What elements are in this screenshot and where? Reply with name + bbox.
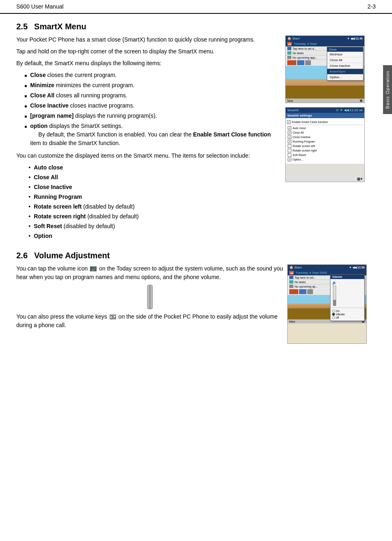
vol-keys-icon: ▲▼ — [110, 314, 116, 319]
ss2-check-1[interactable] — [288, 126, 291, 130]
ss2-opt-6: Rotate screen right — [287, 148, 363, 153]
ss3-icon-1 — [289, 276, 293, 279]
ss2-enable-check[interactable] — [287, 120, 291, 124]
ss3-ticks: - - - - - — [339, 281, 340, 295]
ss3-radio-off[interactable] — [332, 316, 335, 319]
ss1-bottom-icon: ▦ — [360, 99, 363, 102]
ss3-label-on: On — [336, 310, 339, 312]
section-25-layout: Your Pocket PC Phone has a smart close (… — [16, 35, 367, 243]
ss1-header-left: 🏠 Start — [287, 37, 300, 40]
ss3-radio-on[interactable] — [332, 310, 335, 312]
vol-text: You can tap the volume icon 🔊 on the Tod… — [16, 264, 283, 344]
ss2-check-8[interactable] — [288, 158, 291, 161]
dot-close-all: Close All — [29, 173, 281, 182]
ss3-tick-3: - — [339, 286, 340, 289]
ss2-check-5[interactable] — [288, 144, 291, 148]
ss3-opt-off: off — [332, 316, 363, 319]
dot-close-inactive: Close Inactive — [29, 183, 281, 191]
section-25-title: SmartX Menu — [34, 22, 86, 31]
ss1-row-text-2: No tasks — [293, 52, 304, 55]
ss1-header: 🏠 Start ▼ ◀◀ 11:40 — [286, 36, 364, 41]
ss2-check-7[interactable] — [288, 153, 291, 157]
ss3-icon-2 — [289, 280, 293, 284]
vol-layout: You can tap the volume icon 🔊 on the Tod… — [16, 264, 367, 344]
ss3-vol-bar — [333, 286, 336, 306]
section-divider: 2.6 Volume Adjustment You can tap the vo… — [16, 251, 367, 344]
customize-intro: You can customize the displayed items on… — [16, 152, 281, 160]
ss3-bottom-new: New — [289, 320, 295, 323]
screenshot-smartx-menu: 🏠 Start ▼ ◀◀ 11:40 📅 Tuesday, 6 Sept Tap… — [285, 35, 365, 103]
ss2-options: Auto close Close All Close Inactive — [287, 125, 363, 163]
ss3-vol-fill — [333, 300, 336, 306]
ss2-titlebar: SmartX settings — [286, 113, 364, 118]
intro-3: By default, the SmartX menu displays the… — [16, 59, 281, 68]
screenshots-column: 🏠 Start ▼ ◀◀ 11:40 📅 Tuesday, 6 Sept Tap… — [285, 35, 367, 243]
vol-para1: You can tap the volume icon 🔊 on the Tod… — [16, 264, 283, 281]
ss3-speaker-icon: 🔊 — [332, 281, 337, 285]
ss1-row-text-3: No upcoming app... — [293, 56, 317, 59]
ss3-body: 📅 Tuesday, 6 Sept 2005 Tap here to set..… — [288, 270, 366, 343]
ss3-opt-on: On — [332, 310, 363, 312]
ss2-opt-8: Option... — [287, 157, 363, 162]
ss1-icon-3 — [287, 56, 291, 59]
side-tab-label: Basic Operation — [383, 65, 392, 114]
ss3-status-1 — [289, 289, 298, 294]
dot-option: Option — [29, 232, 281, 240]
screenshot-volume: 🏠 Start ▼ ◀◀ 11:59 📅 Tuesday, 6 Sept 200… — [287, 264, 367, 344]
dot-auto-close: Auto close — [29, 163, 281, 172]
ss2-check-4[interactable] — [288, 140, 291, 143]
ss2-label-8: Option... — [293, 158, 303, 161]
ss1-popup-option[interactable]: Option... — [327, 75, 363, 80]
ss3-header: 🏠 Start ▼ ◀◀ 11:59 — [288, 265, 366, 270]
ss2-label-2: Close All — [293, 131, 304, 134]
ss2-footer: ▦▾ — [286, 176, 364, 182]
main-content: 2.5 SmartX Menu Your Pocket PC Phone has… — [0, 18, 383, 358]
ss2-spacer — [286, 164, 364, 176]
ss2-opt-3: Close Inactive — [287, 135, 363, 139]
section-26-title: Volume Adjustment — [34, 251, 110, 260]
ss2-check-3[interactable] — [288, 135, 291, 139]
dot-rotate-left: Rotate screen left (disabled by default) — [29, 202, 281, 211]
bullet-minimize: Minimize minimizes the current program. — [24, 81, 281, 90]
volume-icon: 🔊 — [90, 266, 97, 271]
ss2-opt-2: Close All — [287, 130, 363, 135]
ss2-enable-label: Enable Smart Close function — [292, 121, 328, 123]
page-header: S600 User Manual 2-3 — [0, 0, 392, 14]
ss1-status-icon — [287, 60, 296, 65]
ss3-label-vibrate: Vibrate — [336, 313, 345, 316]
ss1-popup-closeall[interactable]: Close All — [327, 57, 363, 63]
ss3-tick-5: - — [339, 292, 340, 295]
screenshot-smartx-settings: SmartX ☆ ▼ ◀◀ 11:15 ok SmartX settings E… — [285, 107, 365, 182]
ss3-tick-4: - — [339, 290, 340, 292]
section-26-heading: 2.6 Volume Adjustment — [16, 251, 367, 260]
ss1-row-text-1: Tap here to set d... — [293, 47, 316, 50]
ss1-popup-minimize[interactable]: Minimize — [327, 52, 363, 57]
section-25-heading: 2.5 SmartX Menu — [16, 22, 367, 31]
intro-2: Tap and hold on the top-right corner of … — [16, 47, 281, 56]
section-25-number: 2.5 — [16, 22, 28, 31]
ss3-tick-2: - — [339, 284, 340, 286]
ss1-icon-1 — [287, 47, 291, 50]
ss2-opt-7: Soft Reset — [287, 153, 363, 157]
ss1-status-icon3 — [305, 60, 311, 65]
bullet-option: option displays the SmartX settings. By … — [24, 122, 281, 147]
volume-key-container — [16, 285, 283, 309]
page-number: 2-3 — [368, 3, 376, 10]
ss3-text-3: No upcoming ap... — [295, 285, 318, 288]
bullet-close-all: Close All closes all running programs. — [24, 91, 281, 100]
ss2-body: Enable Smart Close function Auto close C… — [286, 118, 364, 164]
ss2-label-6: Rotate screen right — [293, 149, 317, 152]
ss3-text-1: Tap here to set... — [295, 276, 316, 279]
header-title: S600 User Manual — [16, 3, 64, 10]
ss1-popup-activesync[interactable]: ActiveSync — [327, 69, 363, 75]
ss2-check-6[interactable] — [288, 149, 291, 152]
ss1-popup: Close Minimize Close All Close Inactive … — [327, 47, 363, 81]
ss3-radio-vibrate[interactable] — [332, 313, 335, 316]
ss1-date-icon: 📅 — [287, 42, 292, 46]
ss2-check-2[interactable] — [288, 131, 291, 134]
dot-list: Auto close Close All Close Inactive Runn… — [29, 163, 281, 240]
ss1-popup-closeinactive[interactable]: Close Inactive — [327, 63, 363, 69]
ss3-vol-popup: Volume 🔊 - - — [330, 274, 365, 321]
ss2-opt-5: Rotate screen left — [287, 144, 363, 148]
ss3-status-2 — [299, 289, 306, 294]
